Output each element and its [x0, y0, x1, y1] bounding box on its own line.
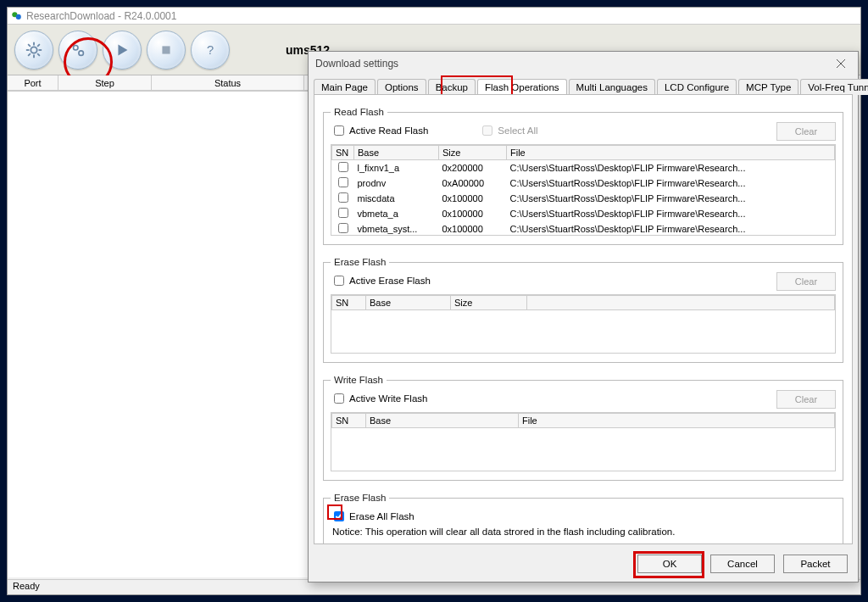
- help-button[interactable]: ?: [191, 31, 230, 70]
- dialog-titlebar: Download settings: [309, 52, 858, 75]
- tab-options[interactable]: Options: [377, 79, 426, 95]
- tab-multi-languages[interactable]: Multi Languages: [569, 79, 655, 95]
- table-row[interactable]: vbmeta_a0x100000C:\Users\StuartRoss\Desk…: [332, 206, 835, 221]
- start-button[interactable]: [103, 31, 142, 70]
- svg-point-11: [74, 45, 79, 50]
- table-row[interactable]: prodnv0xA00000C:\Users\StuartRoss\Deskto…: [332, 176, 835, 191]
- row-checkbox[interactable]: [338, 192, 348, 203]
- active-write-flash-checkbox[interactable]: [334, 393, 344, 404]
- cancel-button[interactable]: Cancel: [710, 555, 775, 573]
- erase-all-flash[interactable]: Erase All Flash: [334, 511, 836, 521]
- cell-size: 0x100000: [439, 191, 507, 206]
- svg-text:?: ?: [207, 42, 214, 56]
- row-checkbox[interactable]: [338, 208, 348, 218]
- select-all: Select All: [482, 125, 537, 136]
- active-write-flash[interactable]: Active Write Flash: [334, 393, 427, 404]
- write-col-file[interactable]: File: [519, 414, 835, 428]
- erase-all-checkbox[interactable]: [334, 511, 344, 521]
- erase-all-group: Erase Flash Erase All Flash Notice: This…: [323, 493, 843, 544]
- tab-main-page[interactable]: Main Page: [314, 79, 376, 95]
- cell-size: 0x100000: [439, 221, 507, 236]
- cell-size: 0x200000: [439, 160, 507, 176]
- gears-button[interactable]: [58, 31, 97, 70]
- read-col-size[interactable]: Size: [439, 146, 507, 160]
- col-status[interactable]: Status: [152, 75, 304, 90]
- row-checkbox[interactable]: [338, 223, 348, 233]
- read-flash-table: SN Base Size File l_fixnv1_a0x200000C:\U…: [331, 145, 835, 236]
- write-col-sn[interactable]: SN: [332, 414, 366, 428]
- settings-button[interactable]: [14, 31, 53, 70]
- active-read-flash-checkbox[interactable]: [334, 125, 344, 136]
- read-col-file[interactable]: File: [507, 146, 835, 160]
- active-erase-flash[interactable]: Active Erase Flash: [334, 276, 431, 286]
- cell-file: C:\Users\StuartRoss\Desktop\FLIP Firmwar…: [507, 160, 835, 176]
- cell-base: miscdata: [354, 191, 439, 206]
- titlebar: ResearchDownload - R24.0.0001: [8, 8, 860, 25]
- write-flash-table: SN Base File: [331, 413, 835, 428]
- cell-file: C:\Users\StuartRoss\Desktop\FLIP Firmwar…: [507, 176, 835, 191]
- write-clear-button: Clear: [776, 390, 836, 409]
- read-flash-legend: Read Flash: [331, 107, 387, 117]
- row-checkbox[interactable]: [338, 177, 348, 187]
- svg-point-2: [31, 47, 36, 53]
- tab-mcp-type[interactable]: MCP Type: [738, 79, 798, 95]
- erase-flash-table: SN Base Size: [331, 295, 835, 310]
- cell-base: vbmeta_syst...: [354, 221, 439, 236]
- read-col-base[interactable]: Base: [354, 146, 439, 160]
- svg-line-8: [37, 53, 40, 56]
- cell-size: 0xA00000: [439, 176, 507, 191]
- active-read-flash-label: Active Read Flash: [349, 125, 428, 136]
- erase-col-size[interactable]: Size: [451, 296, 527, 310]
- svg-line-9: [37, 44, 40, 47]
- svg-rect-14: [162, 46, 170, 53]
- erase-col-base[interactable]: Base: [366, 296, 451, 310]
- erase-flash-legend: Erase Flash: [331, 257, 389, 267]
- active-erase-flash-checkbox[interactable]: [334, 276, 344, 286]
- row-checkbox[interactable]: [338, 162, 348, 172]
- select-all-checkbox: [482, 125, 492, 136]
- dialog-buttons: OK Cancel Packet: [637, 555, 848, 573]
- cell-size: 0x100000: [439, 206, 507, 221]
- cell-base: l_fixnv1_a: [354, 160, 439, 176]
- tab-vol-freq[interactable]: Vol-Freq Tunning: [800, 79, 868, 95]
- svg-point-12: [79, 50, 84, 54]
- cell-file: C:\Users\StuartRoss\Desktop\FLIP Firmwar…: [507, 191, 835, 206]
- table-row[interactable]: miscdata0x100000C:\Users\StuartRoss\Desk…: [332, 191, 835, 206]
- cell-file: C:\Users\StuartRoss\Desktop\FLIP Firmwar…: [507, 206, 835, 221]
- flash-operations-page: Read Flash Active Read Flash Select All …: [314, 94, 853, 544]
- tab-flash-operations[interactable]: Flash Operations: [477, 79, 567, 95]
- active-erase-flash-label: Active Erase Flash: [349, 276, 431, 286]
- select-all-label: Select All: [498, 125, 537, 136]
- app-icon: [11, 10, 23, 22]
- read-flash-group: Read Flash Active Read Flash Select All …: [323, 107, 843, 245]
- download-settings-dialog: Download settings Main Page Options Back…: [308, 51, 859, 582]
- status-text: Ready: [13, 581, 40, 591]
- read-clear-button: Clear: [776, 122, 836, 141]
- erase-all-notice: Notice: This operation will clear all da…: [332, 527, 834, 537]
- cell-base: prodnv: [354, 176, 439, 191]
- table-row[interactable]: l_fixnv1_a0x200000C:\Users\StuartRoss\De…: [332, 160, 835, 176]
- erase-col-sn[interactable]: SN: [332, 296, 366, 310]
- tab-backup[interactable]: Backup: [428, 79, 476, 95]
- write-flash-legend: Write Flash: [331, 375, 387, 385]
- ok-button[interactable]: OK: [637, 555, 702, 573]
- col-port[interactable]: Port: [8, 75, 58, 90]
- cell-file: C:\Users\StuartRoss\Desktop\FLIP Firmwar…: [507, 221, 835, 236]
- erase-all-label: Erase All Flash: [349, 511, 415, 521]
- write-col-base[interactable]: Base: [366, 414, 519, 428]
- tab-lcd-configure[interactable]: LCD Configure: [657, 79, 737, 95]
- svg-line-7: [28, 44, 31, 47]
- table-row[interactable]: vbmeta_syst...0x100000C:\Users\StuartRos…: [332, 221, 835, 236]
- packet-button[interactable]: Packet: [783, 555, 848, 573]
- close-icon[interactable]: [831, 55, 851, 72]
- svg-line-10: [28, 53, 31, 56]
- active-read-flash[interactable]: Active Read Flash: [334, 125, 428, 136]
- svg-marker-13: [118, 44, 127, 55]
- dialog-title: Download settings: [315, 58, 398, 70]
- tabbar: Main Page Options Backup Flash Operation…: [309, 75, 858, 94]
- read-col-sn[interactable]: SN: [332, 146, 354, 160]
- stop-button[interactable]: [147, 31, 186, 70]
- cell-base: vbmeta_a: [354, 206, 439, 221]
- col-step[interactable]: Step: [58, 75, 152, 90]
- erase-all-legend: Erase Flash: [331, 493, 389, 503]
